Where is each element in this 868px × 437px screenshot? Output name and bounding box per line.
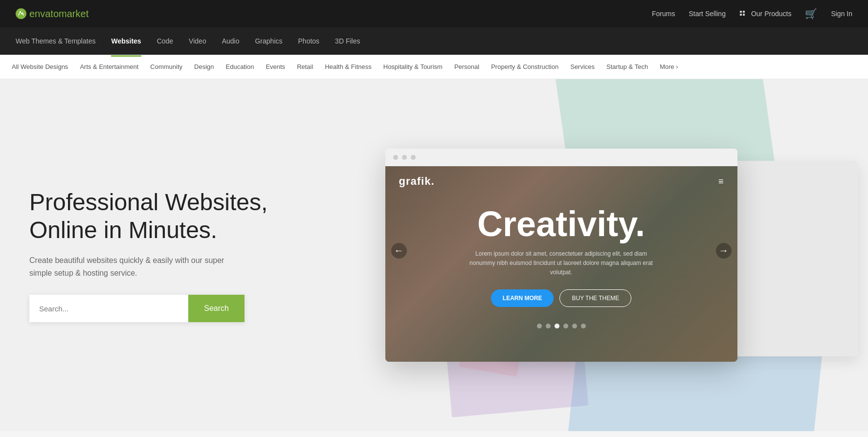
slide-dot-1[interactable] <box>537 324 542 328</box>
grid-icon <box>739 10 746 17</box>
grafik-overlay: grafik. ≡ Creativity. Lorem ipsum dolor … <box>385 166 737 335</box>
grafik-menu-icon: ≡ <box>718 176 724 187</box>
search-input[interactable] <box>29 295 188 322</box>
cat-startup-tech[interactable]: Startup & Tech <box>606 61 648 72</box>
logo-envato: envato <box>29 8 59 19</box>
cat-events[interactable]: Events <box>266 61 285 72</box>
svg-rect-3 <box>740 14 742 16</box>
buy-theme-button[interactable]: BUY THE THEME <box>559 289 631 307</box>
browser-content: grafik. ≡ Creativity. Lorem ipsum dolor … <box>385 166 737 362</box>
nav-item-web-themes[interactable]: Web Themes & Templates <box>16 34 95 48</box>
slide-dot-5[interactable] <box>572 324 577 328</box>
grafik-logo: grafik. <box>399 175 435 188</box>
sign-in-link[interactable]: Sign In <box>831 10 852 18</box>
our-products-link[interactable]: Our Products <box>739 10 791 18</box>
hero-subheading: Create beautiful websites quickly & easi… <box>29 254 225 279</box>
grafik-main: Creativity. Lorem ipsum dolor sit amet, … <box>385 197 737 317</box>
forums-link[interactable]: Forums <box>652 10 675 18</box>
svg-rect-4 <box>743 14 745 16</box>
cat-health-fitness[interactable]: Health & Fitness <box>325 61 371 72</box>
cat-hospitality-tourism[interactable]: Hospitality & Tourism <box>383 61 443 72</box>
nav-item-3d-files[interactable]: 3D Files <box>335 34 360 48</box>
learn-more-button[interactable]: LEARN MORE <box>491 289 554 307</box>
cat-more[interactable]: More › <box>660 63 678 70</box>
cat-personal[interactable]: Personal <box>454 61 479 72</box>
cat-retail[interactable]: Retail <box>297 61 313 72</box>
slide-dot-3[interactable] <box>555 324 559 328</box>
cat-all-website-designs[interactable]: All Website Designs <box>12 61 68 72</box>
category-nav: All Website Designs Arts & Entertainment… <box>0 55 868 79</box>
cat-arts-entertainment[interactable]: Arts & Entertainment <box>80 61 138 72</box>
logo[interactable]: envatomarket <box>16 8 89 20</box>
hero-section: Professional Websites, Online in Minutes… <box>0 79 868 431</box>
hero-headline: Professional Websites, Online in Minutes… <box>29 188 284 244</box>
hero-left: Professional Websites, Online in Minutes… <box>29 188 284 322</box>
hero-right: grafik. ≡ Creativity. Lorem ipsum dolor … <box>284 149 839 362</box>
cat-property-construction[interactable]: Property & Construction <box>491 61 558 72</box>
cat-community[interactable]: Community <box>150 61 182 72</box>
browser-dot-1 <box>393 155 398 160</box>
start-selling-link[interactable]: Start Selling <box>689 10 725 18</box>
slide-dot-4[interactable] <box>563 324 568 328</box>
nav-item-graphics[interactable]: Graphics <box>255 34 282 48</box>
grafik-description: Lorem ipsum dolor sit amet, consectetuer… <box>464 249 659 278</box>
nav-item-code[interactable]: Code <box>157 34 173 48</box>
nav-item-websites[interactable]: Websites <box>111 34 141 48</box>
svg-point-0 <box>16 8 26 19</box>
cat-design[interactable]: Design <box>194 61 214 72</box>
browser-dot-3 <box>411 155 416 160</box>
grafik-header-bar: grafik. ≡ <box>385 166 737 197</box>
grafik-slide-dots <box>385 317 737 335</box>
cat-education[interactable]: Education <box>226 61 254 72</box>
nav-item-video[interactable]: Video <box>189 34 206 48</box>
browser-toolbar <box>385 149 737 166</box>
grafik-creativity-text: Creativity. <box>415 206 708 241</box>
nav-item-audio[interactable]: Audio <box>222 34 240 48</box>
browser-mockup: grafik. ≡ Creativity. Lorem ipsum dolor … <box>385 149 737 362</box>
envato-logo-icon <box>16 8 26 19</box>
hero-headline-line1: Professional Websites, <box>29 189 267 215</box>
cart-icon[interactable]: 🛒 <box>805 8 817 20</box>
svg-rect-1 <box>740 11 742 13</box>
top-bar: envatomarket Forums Start Selling Our Pr… <box>0 0 868 27</box>
hero-headline-line2: Online in Minutes. <box>29 217 217 243</box>
cat-services[interactable]: Services <box>570 61 595 72</box>
svg-rect-2 <box>743 11 745 13</box>
search-button[interactable]: Search <box>188 295 245 322</box>
slide-dot-6[interactable] <box>581 324 586 328</box>
main-nav: Web Themes & Templates Websites Code Vid… <box>0 27 868 55</box>
logo-market: market <box>59 8 89 19</box>
slide-dot-2[interactable] <box>546 324 551 328</box>
search-bar: Search <box>29 295 245 322</box>
browser-dot-2 <box>402 155 407 160</box>
grafik-buttons: LEARN MORE BUY THE THEME <box>415 289 708 307</box>
top-nav-right: Forums Start Selling Our Products 🛒 Sign… <box>652 8 852 20</box>
nav-item-photos[interactable]: Photos <box>298 34 320 48</box>
